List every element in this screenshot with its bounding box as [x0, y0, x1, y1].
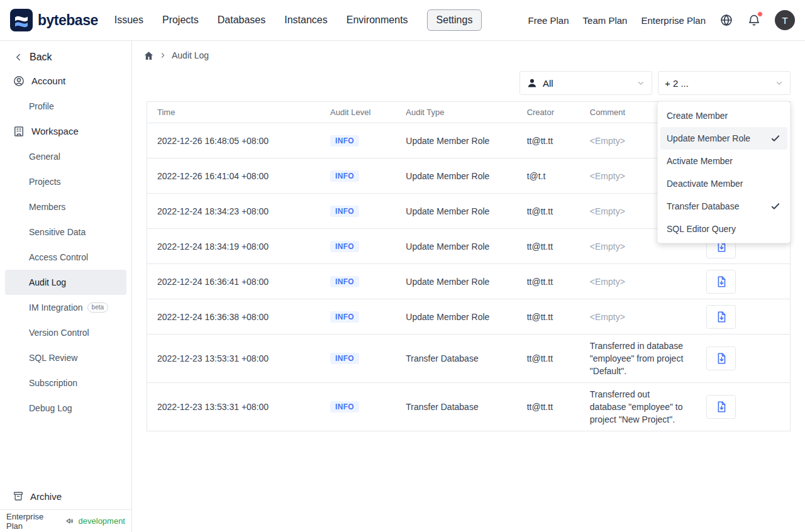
level-cell: INFO — [320, 383, 396, 431]
notification-bell-icon[interactable] — [747, 13, 761, 27]
sidebar-item-general[interactable]: General — [5, 144, 126, 169]
audit-level-badge: INFO — [330, 353, 359, 364]
view-log-detail-button[interactable] — [706, 346, 736, 370]
archive-label: Archive — [30, 491, 62, 502]
settings-sidebar: Back AccountProfileWorkspaceGeneralProje… — [0, 41, 132, 532]
comment-text: Transferred out database "employee" to p… — [590, 388, 686, 426]
audit-type-cell: Update Member Role — [396, 229, 516, 264]
navbar-right: Free PlanTeam PlanEnterprise Plan T — [528, 10, 795, 30]
action-cell — [696, 299, 790, 335]
sidebar-item-label: Audit Log — [29, 276, 66, 289]
environment-label: development — [79, 516, 125, 526]
sidebar-item-label: Profile — [29, 100, 54, 113]
chevron-down-icon — [636, 79, 645, 87]
nav-item-issues[interactable]: Issues — [114, 14, 143, 26]
sidebar-item-members[interactable]: Members — [5, 194, 126, 219]
plan-link-free-plan[interactable]: Free Plan — [528, 15, 569, 26]
audit-level-badge: INFO — [330, 276, 359, 287]
sidebar-item-label: General — [29, 150, 60, 163]
audit-type-cell: Update Member Role — [396, 158, 516, 194]
comment-text: <Empty> — [590, 240, 625, 253]
sidebar-item-archive[interactable]: Archive — [0, 483, 131, 509]
menu-item-activate-member[interactable]: Activate Member — [660, 150, 787, 172]
sidebar-item-im-integration[interactable]: IM Integrationbeta — [5, 295, 126, 320]
level-cell: INFO — [320, 264, 396, 299]
audit-level-badge: INFO — [330, 206, 359, 217]
sidebar-item-label: Members — [29, 201, 65, 213]
column-header-audit-level: Audit Level — [320, 102, 396, 123]
audit-log-row: 2022-12-24 16:36:38 +08:00INFOUpdate Mem… — [147, 299, 791, 335]
view-log-detail-button[interactable] — [706, 305, 736, 329]
sidebar-nav: AccountProfileWorkspaceGeneralProjectsMe… — [0, 69, 131, 421]
sidebar-item-version-control[interactable]: Version Control — [5, 320, 126, 345]
menu-item-deactivate-member[interactable]: Deactivate Member — [660, 172, 787, 195]
menu-item-update-member-role[interactable]: Update Member Role — [660, 127, 787, 150]
sidebar-item-sql-review[interactable]: SQL Review — [5, 345, 126, 370]
sidebar-footer: Enterprise Plan development — [0, 509, 131, 532]
sidebar-item-profile[interactable]: Profile — [5, 94, 126, 119]
menu-item-transfer-database[interactable]: Transfer Database — [660, 195, 787, 218]
speaker-icon[interactable] — [65, 516, 75, 526]
audit-type-cell: Update Member Role — [396, 299, 516, 335]
nav-item-instances[interactable]: Instances — [284, 14, 327, 26]
chevron-down-icon — [775, 79, 784, 87]
audit-level-badge: INFO — [330, 311, 359, 323]
notification-dot — [757, 11, 763, 17]
creator-cell: tt@tt.tt — [517, 264, 580, 299]
archive-icon — [13, 490, 24, 502]
user-circle-icon — [13, 75, 25, 87]
plan-link-enterprise-plan[interactable]: Enterprise Plan — [641, 15, 706, 26]
audit-level-badge: INFO — [330, 401, 359, 413]
menu-item-label: Deactivate Member — [667, 179, 743, 189]
plan-link-team-plan[interactable]: Team Plan — [583, 15, 628, 26]
level-cell: INFO — [320, 158, 396, 194]
sidebar-item-label: Version Control — [29, 326, 89, 339]
audit-type-cell: Update Member Role — [396, 194, 516, 229]
audit-level-badge: INFO — [330, 170, 359, 182]
action-cell — [696, 383, 790, 431]
sidebar-item-subscription[interactable]: Subscription — [5, 370, 126, 396]
creator-filter-value: All — [543, 78, 553, 89]
creator-cell: tt@tt.tt — [517, 123, 580, 158]
creator-filter-select[interactable]: All — [519, 71, 652, 95]
view-log-detail-button[interactable] — [706, 395, 736, 419]
sidebar-item-label: SQL Review — [29, 352, 77, 364]
creator-cell: tt@tt.tt — [517, 383, 580, 431]
nav-item-settings[interactable]: Settings — [427, 9, 482, 31]
audit-log-row: 2022-12-23 13:53:31 +08:00INFOTransfer D… — [147, 383, 791, 431]
creator-cell: tt@tt.tt — [517, 299, 580, 335]
audit-log-table-wrap: TimeAudit LevelAudit TypeCreatorComment … — [147, 101, 791, 431]
top-navbar: bytebase IssuesProjectsDatabasesInstance… — [0, 0, 805, 41]
time-cell: 2022-12-23 13:53:31 +08:00 — [147, 383, 321, 431]
sidebar-item-access-control[interactable]: Access Control — [5, 245, 126, 270]
menu-item-label: Activate Member — [667, 156, 733, 166]
comment-text: <Empty> — [590, 311, 625, 323]
sidebar-spacer — [0, 421, 131, 483]
translate-icon[interactable] — [719, 13, 733, 27]
menu-item-create-member[interactable]: Create Member — [660, 104, 787, 127]
avatar[interactable]: T — [775, 10, 795, 30]
sidebar-item-debug-log[interactable]: Debug Log — [5, 396, 126, 421]
level-cell: INFO — [320, 335, 396, 383]
menu-item-label: Create Member — [667, 111, 728, 121]
nav-item-environments[interactable]: Environments — [347, 14, 408, 26]
bytebase-logo[interactable]: bytebase — [10, 9, 98, 31]
level-cell: INFO — [320, 194, 396, 229]
section-title: Workspace — [31, 125, 79, 138]
view-log-detail-button[interactable] — [706, 270, 736, 294]
audit-type-filter-select[interactable]: + 2 ... — [658, 71, 791, 95]
column-header-creator: Creator — [517, 102, 580, 123]
menu-item-label: Transfer Database — [667, 201, 739, 211]
breadcrumb-current: Audit Log — [172, 50, 209, 60]
nav-item-projects[interactable]: Projects — [162, 14, 199, 26]
nav-item-databases[interactable]: Databases — [218, 14, 266, 26]
menu-item-sql-editor-query[interactable]: SQL Editor Query — [660, 218, 787, 240]
sidebar-item-projects[interactable]: Projects — [5, 169, 126, 194]
sidebar-item-audit-log[interactable]: Audit Log — [5, 270, 126, 295]
sidebar-item-sensitive-data[interactable]: Sensitive Data — [5, 219, 126, 245]
back-label: Back — [30, 52, 52, 63]
home-icon[interactable] — [143, 50, 154, 61]
creator-cell: tt@tt.tt — [517, 335, 580, 383]
sidebar-item-label: IM Integration — [29, 301, 83, 314]
back-button[interactable]: Back — [0, 41, 131, 69]
